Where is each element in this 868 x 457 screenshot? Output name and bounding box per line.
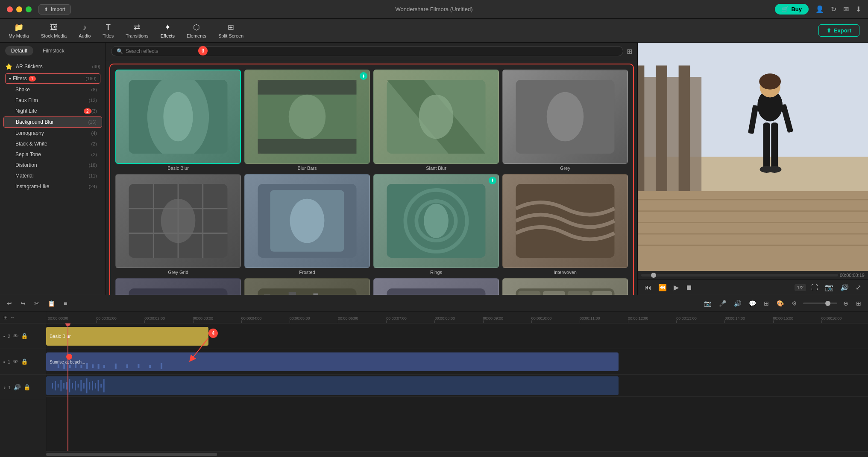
cut-button[interactable]: ✂ [32, 299, 41, 308]
sidebar-item-ar-stickers[interactable]: ⭐ AR Stickers (40) [0, 61, 106, 73]
mail-icon[interactable]: ✉ [843, 5, 849, 13]
minimize-button[interactable] [16, 6, 22, 12]
grid-view-button[interactable]: ⊞ [627, 47, 632, 55]
export-button[interactable]: ⬆ Export [818, 24, 859, 37]
filters-count: (160) [85, 76, 97, 81]
svg-rect-103 [149, 365, 151, 368]
refresh-icon[interactable]: ↻ [831, 5, 836, 13]
effect-interwoven[interactable]: Interwoven [502, 174, 628, 275]
sidebar-item-background-blur[interactable]: Background Blur (16) [3, 116, 102, 128]
tab-default[interactable]: Default [5, 46, 33, 55]
add-track-button[interactable]: ⊞ [3, 314, 8, 320]
effect-blur-bars[interactable]: ⬇ Blur Bars [244, 70, 370, 171]
stock-icon: 🖼 [50, 23, 58, 32]
effect-thumb-slant-blur [373, 70, 499, 164]
account-icon[interactable]: 👤 [815, 5, 824, 13]
step-back-button[interactable]: ⏪ [657, 282, 669, 292]
effect-static[interactable]: Static [244, 278, 370, 295]
sound-button[interactable]: 🔊 [732, 299, 743, 308]
filters-header[interactable]: ▾ Filters 1 (160) [5, 73, 100, 84]
grid-layout-button[interactable]: ⊞ [854, 299, 863, 308]
effect-frosted[interactable]: Frosted [244, 174, 370, 275]
list-button[interactable]: ≡ [62, 299, 69, 308]
sidebar-item-distortion[interactable]: Distortion (18) [3, 160, 102, 170]
ruler-mark-15: 00:00:15:00 [771, 316, 820, 323]
camera-track-button[interactable]: 📷 [702, 299, 713, 308]
maximize-button[interactable] [26, 6, 32, 12]
settings-button[interactable]: ⚙ [790, 299, 799, 308]
color-button[interactable]: 🎨 [775, 299, 786, 308]
sidebar-item-black-white[interactable]: Black & White (2) [3, 139, 102, 149]
zoom-slider[interactable] [803, 303, 837, 304]
fullscreen-button[interactable]: ⛶ [809, 283, 820, 292]
sidebar-item-shake[interactable]: Shake (8) [3, 84, 102, 95]
effect-clip-basic-blur[interactable]: Basic Blur [46, 327, 208, 346]
toolbar-item-titles[interactable]: T Titles [103, 23, 114, 38]
effect-grey[interactable]: Grey [502, 70, 628, 171]
main-toolbar: 📁 My Media 🖼 Stock Media ♪ Audio T Title… [0, 19, 868, 43]
copy-button[interactable]: 📋 [46, 299, 57, 308]
effect-basic-blur[interactable]: Basic Blur [115, 70, 241, 171]
buy-button[interactable]: 🛒 Buy [775, 4, 809, 15]
traffic-lights [7, 6, 32, 12]
effect-diamonds[interactable]: Diamonds [115, 278, 241, 295]
toolbar-item-audio[interactable]: ♪ Audio [79, 23, 91, 38]
audio-clip-main[interactable] [46, 376, 619, 395]
sidebar-list: ⭐ AR Stickers (40) ▾ Filters 1 (160) Sha… [0, 59, 106, 295]
track1-eye-button[interactable]: 👁 [13, 358, 18, 365]
grey-grid-svg [129, 184, 228, 258]
track2-lock-button[interactable]: 🔒 [21, 333, 28, 339]
split-button[interactable]: ⊞ [762, 299, 771, 308]
download-icon[interactable]: ⬇ [856, 5, 861, 13]
effect-disc1[interactable]: Disc 1 [373, 278, 499, 295]
toolbar-item-transitions[interactable]: ⇄ Transitions [126, 23, 148, 38]
zoom-out-button[interactable]: ⊖ [842, 299, 850, 308]
play-button[interactable]: ▶ [672, 282, 680, 292]
sidebar-item-sepia-tone[interactable]: Sepia Tone (2) [3, 149, 102, 160]
video-clip-main[interactable]: Sunrise at beach... [46, 352, 619, 371]
subtitle-button[interactable]: 💬 [747, 299, 758, 308]
tab-filmstock[interactable]: Filmstock [37, 46, 70, 55]
svg-rect-117 [83, 383, 85, 388]
sidebar-item-night-life[interactable]: Night Life 2 (3) [3, 106, 102, 116]
effect-slant-blur[interactable]: Slant Blur [373, 70, 499, 171]
effect-rings[interactable]: ⬇ Rings [373, 174, 499, 275]
timeline-scrollbar[interactable] [46, 451, 868, 457]
zoom-thumb[interactable] [825, 301, 830, 306]
redo-button[interactable]: ↪ [19, 299, 27, 308]
effect-mosaic2[interactable]: Mosaic 2 [502, 278, 628, 295]
effect-grey-grid[interactable]: Grey Grid [115, 174, 241, 275]
volume-button[interactable]: 🔊 [839, 282, 850, 292]
close-button[interactable] [7, 6, 13, 12]
toolbar-item-elements[interactable]: ⬡ Elements [187, 23, 206, 38]
svg-rect-50 [592, 291, 612, 295]
toolbar-item-effects[interactable]: ✦ Effects [161, 23, 175, 38]
toolbar-item-split-screen[interactable]: ⊞ Split Screen [218, 23, 243, 38]
sidebar-item-lomography[interactable]: Lomography (4) [3, 128, 102, 138]
track1-lock-button[interactable]: 🔒 [21, 358, 28, 365]
undo-button[interactable]: ↩ [5, 299, 14, 308]
playback-ratio[interactable]: 1/2 [795, 284, 806, 291]
search-box[interactable]: 🔍 [111, 46, 623, 56]
preview-thumb[interactable] [651, 273, 656, 278]
skip-back-button[interactable]: ⏮ [643, 283, 653, 292]
audio-eye-button[interactable]: 🔊 [14, 384, 21, 390]
stock-media-label: Stock Media [41, 33, 67, 38]
sidebar-item-faux-film[interactable]: Faux Film (12) [3, 95, 102, 105]
toolbar-item-stock-media[interactable]: 🖼 Stock Media [41, 23, 67, 38]
playhead[interactable] [67, 323, 68, 451]
import-button[interactable]: ⬆ Import [38, 4, 71, 15]
toolbar-item-my-media[interactable]: 📁 My Media [9, 23, 29, 38]
fit-track-button[interactable]: ↔ [10, 314, 15, 320]
sidebar-item-instagram-like[interactable]: Instagram-Like (24) [3, 181, 102, 192]
mosaic2-svg [516, 288, 615, 295]
expand-button[interactable]: ⤢ [854, 282, 863, 292]
timeline-scroll-thumb[interactable] [46, 453, 217, 456]
track2-eye-button[interactable]: 👁 [13, 333, 18, 339]
audio-lock-button[interactable]: 🔒 [23, 384, 31, 390]
sidebar-item-material[interactable]: Material (11) [3, 171, 102, 181]
mic-button[interactable]: 🎤 [717, 299, 728, 308]
preview-timeline[interactable] [641, 274, 838, 277]
stop-button[interactable]: ⏹ [684, 283, 694, 292]
snapshot-button[interactable]: 📷 [823, 282, 835, 292]
